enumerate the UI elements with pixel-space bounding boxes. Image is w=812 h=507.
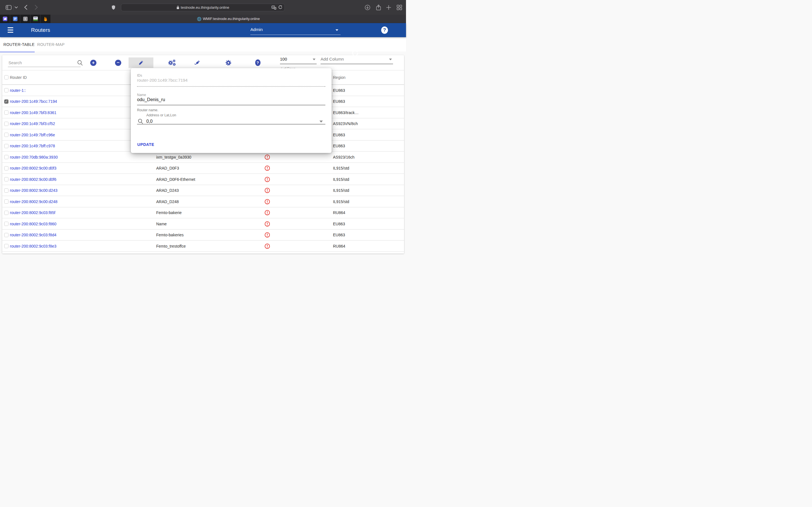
add-column-select[interactable]: Add Column — [320, 57, 393, 62]
router-region: EU863 — [333, 230, 345, 241]
router-id-link[interactable]: router-200:8002:9c00:d0f3 — [10, 163, 56, 174]
downloads-icon[interactable] — [364, 0, 371, 15]
router-id-link[interactable]: router-1:: — [10, 85, 26, 96]
router-id-link[interactable]: router-200:1c49:7bf3:8361 — [10, 107, 56, 118]
tab-router-map[interactable]: ROUTER-MAP — [37, 37, 64, 52]
chevron-down-icon — [313, 59, 315, 60]
docs-bookmark-icon[interactable] — [10, 15, 20, 23]
address-chevron-down-icon[interactable] — [319, 121, 323, 122]
error-status-icon[interactable] — [264, 196, 271, 207]
address-input[interactable]: 0,0 — [146, 119, 153, 124]
router-id-link[interactable]: router-200:8002:9c03:f8e3 — [10, 240, 56, 252]
row-checkbox[interactable] — [4, 177, 8, 181]
letter-i-bookmark-icon[interactable]: I — [20, 15, 31, 23]
row-checkbox[interactable] — [4, 88, 8, 93]
back-button[interactable] — [22, 0, 29, 15]
router-id-link[interactable]: router-200:8002:9c03:f860 — [10, 218, 56, 230]
row-checkbox[interactable] — [4, 155, 8, 159]
edit-router-dialog: IDs router-200:1c49:7bcc:7194 Name odu_D… — [131, 68, 332, 153]
row-checkbox[interactable] — [4, 233, 8, 237]
router-region: IL915/std — [333, 196, 349, 207]
row-checkbox[interactable] — [4, 222, 8, 226]
svg-text:A: A — [272, 6, 274, 8]
usda-bookmark-icon[interactable]: USDA — [31, 15, 41, 23]
share-icon[interactable] — [375, 0, 382, 15]
router-id-link[interactable]: router-200:1c49:7bf3:cf52 — [10, 118, 55, 129]
sidebar-toggle-icon[interactable] — [6, 0, 11, 15]
refresh-button[interactable] — [352, 50, 359, 57]
table-row: router-200:8002:9c03:f8e3 Femto_trestoff… — [2, 240, 404, 252]
router-region: RU864 — [333, 207, 345, 219]
active-tab[interactable]: WMIF:testnode.eu.thingularity.online — [51, 15, 406, 23]
error-status-icon[interactable] — [264, 163, 271, 174]
chevron-down-icon — [336, 29, 338, 31]
error-status-icon[interactable] — [264, 174, 271, 185]
router-id-link[interactable]: router-200:1c49:7bcc:7194 — [10, 96, 57, 107]
router-region: EU863 — [333, 85, 345, 96]
router-name: ARAD_D243 — [156, 185, 179, 196]
row-checkbox[interactable] — [4, 211, 8, 215]
tab-strip: I USDA WMIF:testnode.eu.thingularity.onl… — [0, 15, 406, 23]
privacy-shield-icon[interactable] — [112, 0, 115, 15]
table-row: router-200:70db:980a:3930 ixm_testgw_0a3… — [2, 152, 404, 163]
firebase-bookmark-icon[interactable] — [41, 15, 51, 23]
router-region: AS923VN/8ch — [333, 118, 358, 129]
sidebar-chevron-down-icon[interactable] — [15, 0, 18, 15]
row-checkbox[interactable] — [4, 244, 8, 248]
tab-overview-icon[interactable] — [396, 0, 403, 15]
router-id-link[interactable]: router-200:8002:9c00:d243 — [10, 185, 57, 196]
menu-icon[interactable] — [8, 27, 13, 33]
tab-title-text: WMIF:testnode.eu.thingularity.online — [203, 17, 260, 21]
row-checkbox[interactable] — [4, 166, 8, 170]
router-name: ARAD_D248 — [156, 196, 179, 207]
remove-router-button[interactable]: − — [112, 57, 124, 68]
router-id-link[interactable]: router-200:70db:980a:3930 — [10, 152, 58, 163]
tab-router-table[interactable]: ROUTER-TABLE — [3, 37, 35, 52]
row-checkbox[interactable] — [4, 100, 8, 104]
pinned-bookmarks: I USDA — [0, 15, 51, 23]
rows-per-page-select[interactable]: 100 — [280, 57, 317, 62]
forward-button[interactable] — [33, 0, 39, 15]
error-status-icon[interactable] — [264, 152, 271, 163]
router-id-link[interactable]: router-200:8002:9c03:f85f — [10, 207, 55, 219]
router-id-link[interactable]: router-200:1c49:7bff:c978 — [10, 140, 55, 152]
search-input[interactable]: Search — [8, 60, 22, 65]
row-checkbox[interactable] — [4, 188, 8, 193]
help-button[interactable]: ? — [381, 26, 388, 34]
reload-icon[interactable] — [278, 5, 282, 10]
settings-gear-icon[interactable] — [222, 57, 235, 68]
name-input[interactable]: odu_Denis_ru — [137, 97, 165, 102]
row-checkbox[interactable] — [4, 200, 8, 204]
error-status-icon[interactable] — [264, 240, 271, 252]
error-status-icon[interactable] — [264, 185, 271, 196]
row-checkbox[interactable] — [4, 110, 8, 115]
role-select[interactable]: Admin — [250, 25, 341, 35]
chrome-divider — [13, 4, 13, 10]
router-name: Name — [156, 218, 167, 230]
error-status-icon[interactable] — [264, 230, 271, 241]
router-id-link[interactable]: router-200:8002:9c03:f8d4 — [10, 230, 56, 241]
table-row: router-200:8002:9c00:d243 ARAD_D243 IL91… — [2, 185, 404, 196]
address-bar[interactable]: testnode.eu.thingularity.online A 文 — [121, 4, 285, 11]
router-id-link[interactable]: router-200:1c49:7bff:c96e — [10, 129, 55, 140]
edit-router-button[interactable] — [129, 57, 153, 68]
error-status-icon[interactable] — [264, 207, 271, 219]
error-status-icon[interactable] — [264, 218, 271, 230]
row-checkbox[interactable] — [4, 144, 8, 148]
router-id-link[interactable]: router-200:8002:9c00:d0f6 — [10, 174, 56, 185]
row-checkbox[interactable] — [4, 122, 8, 126]
update-button[interactable]: UPDATE — [137, 142, 154, 147]
select-all-checkbox[interactable] — [4, 75, 8, 79]
router-region: RU864 — [333, 240, 345, 252]
gateway-settings-icon[interactable] — [166, 57, 178, 68]
translate-icon[interactable]: A 文 — [271, 6, 276, 10]
cloud-bookmark-icon[interactable] — [0, 15, 10, 23]
url-text: testnode.eu.thingularity.online — [181, 5, 229, 10]
ids-dotted-underline — [137, 86, 325, 87]
router-id-link[interactable]: router-200:8002:9c00:d248 — [10, 196, 57, 207]
table-help-button[interactable]: ? — [252, 57, 264, 68]
connection-plug-icon[interactable] — [191, 57, 204, 68]
row-checkbox[interactable] — [4, 133, 8, 137]
add-router-button[interactable]: + — [87, 57, 100, 68]
new-tab-icon[interactable] — [385, 0, 392, 15]
